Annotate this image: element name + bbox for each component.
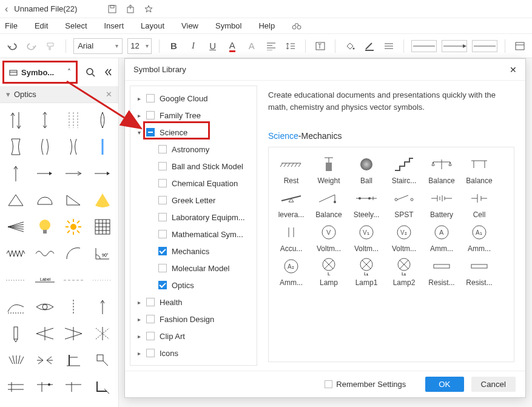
shape-triangle[interactable] xyxy=(3,189,29,212)
shape-burst-2[interactable] xyxy=(32,349,58,372)
tree-item-science[interactable]: ▾Science xyxy=(130,124,257,141)
shape-bulb-yellow[interactable] xyxy=(90,189,115,212)
shape-dashed-lines[interactable] xyxy=(61,109,86,132)
shape-bottom-4[interactable] xyxy=(90,375,115,399)
star-icon[interactable] xyxy=(144,4,153,14)
tree-item-fashion-design[interactable]: ▸Fashion Design xyxy=(130,311,257,328)
symbol-cell[interactable]: Cell xyxy=(462,189,497,219)
line-style-button[interactable] xyxy=(382,38,396,55)
underline-button[interactable]: U xyxy=(206,38,220,55)
shape-pencil[interactable] xyxy=(3,322,29,345)
symbol-voltm-[interactable]: VVoltm... xyxy=(311,223,346,253)
shape-eye[interactable] xyxy=(32,295,58,318)
shape-sun[interactable] xyxy=(61,215,86,238)
checkbox[interactable] xyxy=(158,264,167,272)
symbol-lamp[interactable]: LLamp xyxy=(311,257,346,287)
symbol-amm-[interactable]: AAmm... xyxy=(424,223,459,253)
tree-item-festival[interactable]: ▸Festival xyxy=(130,362,257,366)
undo-button[interactable] xyxy=(5,38,19,55)
tree-item-mathematical-sym-[interactable]: Mathematical Sym... xyxy=(130,226,257,243)
checkbox[interactable] xyxy=(158,145,167,153)
checkbox[interactable] xyxy=(158,213,167,221)
shape-bottom-1[interactable] xyxy=(3,375,29,399)
cancel-button[interactable]: Cancel xyxy=(471,377,516,392)
tree-item-clip-art[interactable]: ▸Clip Art xyxy=(130,328,257,345)
checkbox[interactable] xyxy=(146,128,155,136)
panel-title-optics[interactable]: ▾ Optics ✕ xyxy=(0,86,118,103)
shape-angle[interactable]: 90° xyxy=(90,242,115,265)
symbol-ball[interactable]: Ball xyxy=(349,155,384,185)
shape-prism-3[interactable] xyxy=(90,322,115,345)
redo-button[interactable] xyxy=(24,38,39,55)
shape-right-arrow-open[interactable] xyxy=(61,162,86,185)
shape-label-2[interactable]: Label xyxy=(32,269,58,292)
share-icon[interactable] xyxy=(126,4,135,14)
shape-double-arrow[interactable] xyxy=(32,109,58,132)
shape-grid[interactable] xyxy=(90,215,115,238)
checkbox[interactable] xyxy=(146,349,155,357)
remember-checkbox[interactable]: Remember Settings xyxy=(325,380,406,389)
collapse-icon[interactable] xyxy=(104,68,112,76)
symbol-rest[interactable]: Rest xyxy=(274,155,309,185)
format-painter-button[interactable] xyxy=(44,38,58,55)
symbol-resist-[interactable]: Resist... xyxy=(462,257,497,287)
line-sample-2[interactable] xyxy=(442,40,467,52)
shape-right-arrow[interactable] xyxy=(32,162,58,185)
line-height-button[interactable] xyxy=(283,38,298,55)
symbol-balance[interactable]: Balance xyxy=(311,189,346,219)
symbol-battery[interactable]: Battery xyxy=(424,189,459,219)
shape-wave[interactable] xyxy=(3,242,29,265)
checkbox[interactable] xyxy=(158,179,167,187)
shape-prism-2[interactable] xyxy=(61,322,86,345)
checkbox[interactable] xyxy=(158,196,167,204)
close-icon[interactable]: ✕ xyxy=(510,65,517,75)
symbol-spst[interactable]: SPST xyxy=(386,189,422,219)
shape-bottom-3[interactable] xyxy=(61,375,86,399)
tree-item-ball-and-stick-model[interactable]: Ball and Stick Model xyxy=(130,158,257,175)
shape-arc[interactable] xyxy=(61,242,86,265)
shape-burst-1[interactable] xyxy=(3,349,29,372)
ok-button[interactable]: OK xyxy=(425,377,463,392)
menu-file[interactable]: File xyxy=(5,21,18,30)
checkbox[interactable] xyxy=(158,281,167,289)
tree-item-google-cloud[interactable]: ▸Google Cloud xyxy=(130,90,257,107)
shape-up-arrow[interactable] xyxy=(3,162,29,185)
shape-misc-last[interactable] xyxy=(90,349,115,372)
tree-item-astronomy[interactable]: Astronomy xyxy=(130,141,257,158)
symbol-accu-[interactable]: Accu... xyxy=(274,223,309,253)
checkbox[interactable] xyxy=(146,315,155,323)
symbol-balance[interactable]: Balance xyxy=(424,155,459,185)
menu-select[interactable]: Select xyxy=(65,21,87,30)
shape-rays[interactable] xyxy=(3,215,29,238)
text-box-button[interactable]: T xyxy=(313,38,328,55)
shape-label-3[interactable] xyxy=(61,269,86,292)
shape-concave[interactable] xyxy=(3,135,29,158)
symbol-library-header[interactable]: Symbo... ˄ xyxy=(2,61,78,84)
tree-item-optics[interactable]: Optics xyxy=(130,277,257,294)
tree-item-icons[interactable]: ▸Icons xyxy=(130,345,257,362)
shape-label-4[interactable] xyxy=(90,269,115,292)
checkbox[interactable] xyxy=(146,94,155,103)
menu-insert[interactable]: Insert xyxy=(104,21,124,30)
shape-prism-1[interactable] xyxy=(32,322,58,345)
tree-item-chemical-equation[interactable]: Chemical Equation xyxy=(130,175,257,192)
checkbox[interactable] xyxy=(158,230,167,238)
line-sample-1[interactable] xyxy=(411,40,437,52)
italic-button[interactable]: I xyxy=(186,38,200,55)
shape-sine[interactable] xyxy=(32,242,58,265)
menu-layout[interactable]: Layout xyxy=(141,21,164,30)
tree-item-health[interactable]: ▸Health xyxy=(130,294,257,311)
symbol-stairc-[interactable]: Stairc... xyxy=(386,155,422,185)
symbol-levera-[interactable]: levera... xyxy=(274,189,309,219)
shape-reverse-parens[interactable] xyxy=(61,135,86,158)
symbol-lamp1[interactable]: L₁Lamp1 xyxy=(349,257,384,287)
layout-button[interactable] xyxy=(513,38,527,55)
symbol-amm-[interactable]: A₂Amm... xyxy=(274,257,309,287)
symbol-voltm-[interactable]: V₁Voltm... xyxy=(349,223,384,253)
symbol-steely-[interactable]: Steely... xyxy=(349,189,384,219)
highlight-button[interactable]: A xyxy=(244,38,259,55)
align-button[interactable] xyxy=(264,38,278,55)
font-family-select[interactable]: Arial▾ xyxy=(73,38,123,54)
tree-item-laboratory-equipm-[interactable]: Laboratory Equipm... xyxy=(130,209,257,226)
checkbox[interactable] xyxy=(146,332,155,340)
